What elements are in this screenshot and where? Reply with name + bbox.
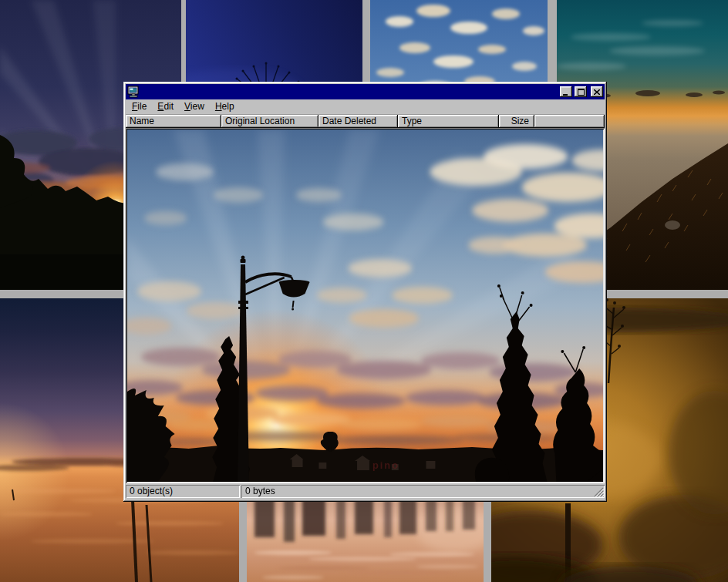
status-bar: 0 object(s) 0 bytes bbox=[126, 483, 605, 500]
maximize-button[interactable] bbox=[575, 86, 587, 97]
close-icon bbox=[594, 89, 600, 95]
status-size-text: 0 bytes bbox=[245, 486, 275, 496]
column-header-size[interactable]: Size bbox=[499, 115, 534, 128]
sunset-lamp-photo: pino bbox=[127, 130, 603, 482]
column-header-type[interactable]: Type bbox=[398, 115, 499, 128]
maximize-icon bbox=[578, 89, 585, 96]
column-header-original-location[interactable]: Original Location bbox=[221, 115, 318, 128]
minimize-button[interactable] bbox=[560, 86, 572, 97]
minimize-icon bbox=[563, 90, 569, 96]
menu-file[interactable]: File bbox=[126, 99, 152, 114]
menu-view[interactable]: View bbox=[179, 99, 210, 114]
menu-edit[interactable]: Edit bbox=[152, 99, 179, 114]
recycle-bin-window: File Edit View Help Name Original Locati… bbox=[123, 82, 607, 502]
menu-bar: File Edit View Help bbox=[126, 99, 605, 115]
status-size: 0 bytes bbox=[241, 485, 605, 498]
column-header-date-deleted[interactable]: Date Deleted bbox=[318, 115, 398, 128]
desktop: { "desktop": { "wallpaper_tiles": [ "sun… bbox=[0, 0, 728, 582]
resize-grip[interactable] bbox=[594, 487, 604, 497]
list-view-content[interactable]: pino bbox=[126, 128, 605, 483]
close-button[interactable] bbox=[591, 86, 603, 97]
column-header-row: Name Original Location Date Deleted Type… bbox=[126, 115, 605, 128]
column-header-empty[interactable] bbox=[534, 115, 605, 128]
photo-watermark: pino bbox=[372, 459, 399, 471]
computer-icon bbox=[127, 86, 140, 98]
menu-help[interactable]: Help bbox=[210, 99, 240, 114]
column-header-name[interactable]: Name bbox=[126, 115, 221, 128]
window-titlebar[interactable] bbox=[126, 84, 605, 99]
status-object-count: 0 object(s) bbox=[126, 485, 240, 498]
